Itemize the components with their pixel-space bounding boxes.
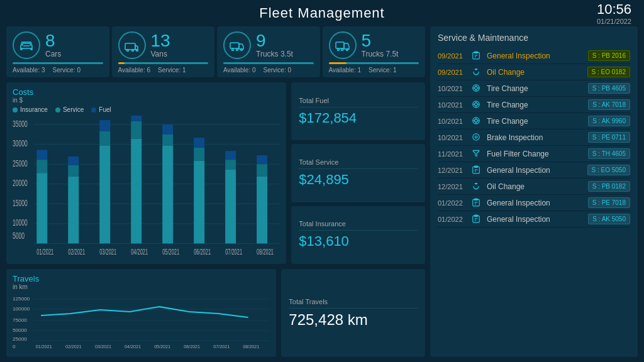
clock: 10:56 01/21/2022	[597, 1, 631, 25]
svg-text:20000: 20000	[13, 178, 28, 188]
travels-chart-section: Travels in km 125000 100000 75000 50000 …	[6, 269, 276, 357]
service-row: 12/2021 Oil Change S : PB 0182	[438, 178, 630, 195]
svg-point-100	[475, 136, 477, 138]
svg-point-1	[126, 50, 128, 52]
svg-text:10000: 10000	[13, 217, 28, 228]
svg-rect-48	[225, 151, 236, 160]
service-badge: S : AK 9960	[588, 116, 630, 126]
svg-rect-46	[162, 124, 173, 134]
svg-text:02/2021: 02/2021	[68, 248, 85, 256]
service-date: 10/2021	[438, 118, 467, 125]
kpi-insurance-value: $13,610	[299, 233, 418, 250]
trucks75-service: Service: 1	[369, 67, 396, 74]
service-type-label: Tire Change	[487, 117, 583, 126]
svg-rect-4	[230, 43, 239, 48]
svg-rect-38	[162, 134, 173, 146]
travels-title: Travels	[13, 274, 39, 283]
svg-rect-45	[131, 116, 142, 121]
svg-rect-29	[131, 139, 142, 244]
vans-available: Available: 6	[118, 67, 151, 74]
svg-rect-39	[194, 148, 204, 161]
svg-text:06/2021: 06/2021	[194, 248, 211, 256]
svg-rect-36	[99, 131, 110, 146]
svg-text:05/2021: 05/2021	[154, 344, 170, 349]
service-type-icon	[472, 51, 482, 61]
trucks35-label: Trucks 3.5t	[256, 50, 293, 58]
legend-fuel: Fuel	[91, 106, 111, 113]
trucks75-stats: Available: 1 Service: 1	[329, 67, 419, 74]
svg-rect-33	[257, 176, 267, 243]
kpi-fuel-label: Total Fuel	[299, 97, 418, 104]
svg-text:02/2021: 02/2021	[65, 344, 82, 349]
service-badge: S : PB 2016	[588, 50, 630, 61]
service-type-icon	[472, 149, 482, 159]
svg-text:75000: 75000	[13, 317, 27, 323]
svg-text:30000: 30000	[13, 138, 28, 148]
svg-rect-28	[99, 145, 110, 243]
service-type-icon	[472, 214, 482, 224]
svg-text:125000: 125000	[13, 296, 30, 302]
svg-point-5	[232, 49, 234, 51]
header: Fleet Management 10:56 01/21/2022	[0, 0, 644, 26]
trucks35-service: Service: 0	[264, 67, 291, 74]
kpi-service-value: $24,895	[299, 172, 418, 188]
legend-service: Service	[55, 106, 84, 113]
svg-rect-37	[131, 121, 142, 139]
date-display: 01/21/2022	[597, 18, 631, 25]
svg-point-11	[346, 49, 348, 51]
svg-rect-32	[225, 170, 236, 244]
svg-text:100000: 100000	[13, 306, 30, 312]
fleet-card-vans: 13 Vans Available: 6 Service: 1	[112, 26, 215, 77]
svg-text:15000: 15000	[13, 198, 28, 208]
service-row: 10/2021 Brake Inspection S : PE 0711	[438, 129, 630, 146]
cars-label: Cars	[45, 50, 61, 58]
travels-total-value: 725,428 km	[289, 311, 418, 329]
service-type-icon	[472, 165, 482, 175]
service-date: 12/2021	[438, 183, 467, 190]
cars-service: Service: 0	[53, 67, 80, 74]
service-row: 09/2021 Oil Change S : EO 0182	[438, 64, 630, 80]
svg-text:0: 0	[13, 344, 16, 349]
trucks35-icon	[223, 31, 251, 59]
cars-available: Available: 3	[13, 67, 45, 74]
cars-count: 8	[45, 32, 61, 50]
service-type-label: Oil Change	[487, 68, 582, 77]
service-type-icon	[472, 100, 482, 110]
trucks75-icon	[329, 31, 357, 59]
svg-rect-34	[36, 160, 47, 173]
svg-text:08/2021: 08/2021	[243, 344, 259, 349]
svg-rect-42	[36, 150, 47, 160]
svg-point-6	[236, 49, 238, 51]
service-row: 10/2021 Tire Change S : PB 4605	[438, 80, 630, 97]
service-date: 09/2021	[438, 69, 467, 76]
svg-rect-47	[194, 138, 204, 148]
service-type-label: Brake Inspection	[487, 133, 583, 142]
svg-rect-26	[36, 173, 47, 243]
service-row: 01/2022 General Inspection S : AK 5050	[438, 211, 630, 228]
service-row: 12/2021 General Inspection S : EO 5050	[438, 162, 630, 178]
service-type-icon	[472, 84, 482, 94]
travels-total-label: Total Travels	[289, 298, 418, 305]
svg-text:03/2021: 03/2021	[99, 248, 116, 256]
legend-insurance: Insurance	[13, 106, 48, 113]
service-type-label: General Inspection	[487, 52, 583, 60]
svg-rect-35	[68, 165, 79, 177]
service-type-label: Tire Change	[487, 101, 583, 109]
svg-text:01/2021: 01/2021	[36, 248, 53, 256]
svg-text:04/2021: 04/2021	[131, 248, 148, 256]
svg-rect-40	[225, 160, 236, 170]
service-badge: S : AK 5050	[588, 214, 630, 224]
svg-point-9	[337, 49, 339, 51]
svg-rect-31	[194, 161, 204, 244]
costs-title: Costs	[13, 87, 280, 97]
time-display: 10:56	[597, 1, 631, 18]
trucks75-count: 5	[362, 32, 399, 50]
service-badge: S : AK 7018	[588, 99, 630, 110]
fleet-card-trucks75: 5 Trucks 7.5t Available: 1 Service: 1	[323, 26, 426, 77]
svg-text:04/2021: 04/2021	[125, 344, 141, 349]
kpi-insurance: Total Insurance $13,610	[291, 206, 425, 264]
vans-icon	[118, 31, 146, 59]
svg-text:05/2021: 05/2021	[162, 248, 179, 256]
service-list: 09/2021 General Inspection S : PB 2016 0…	[438, 48, 630, 228]
svg-point-99	[473, 133, 480, 140]
